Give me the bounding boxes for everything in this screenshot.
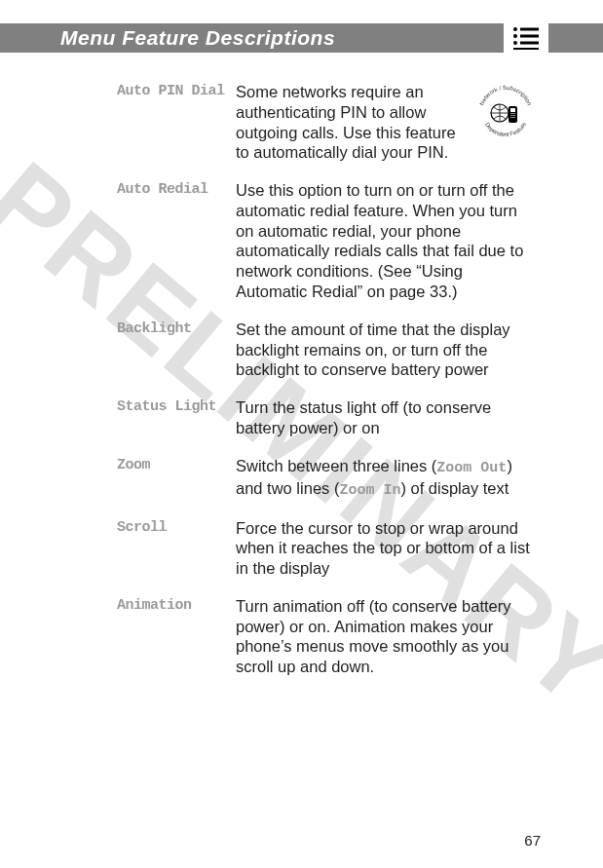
- page-number: 67: [524, 832, 541, 849]
- description: Force the cursor to stop or wrap around …: [236, 518, 535, 579]
- badge-top-text: Network / Subscription: [478, 85, 532, 106]
- description: Set the amount of time that the display …: [236, 320, 535, 380]
- svg-rect-13: [510, 115, 515, 116]
- definitions-list: Auto PIN Dial Some networks require an a…: [117, 82, 535, 695]
- description: Turn animation off (to conserve battery …: [236, 596, 535, 677]
- term: Scroll: [117, 518, 236, 579]
- globe-phone-icon: [491, 104, 517, 123]
- inline-code: Zoom Out: [436, 460, 507, 476]
- definition-row: Status Light Turn the status light off (…: [117, 397, 535, 438]
- description: Turn the status light off (to conserve b…: [236, 397, 535, 438]
- definition-row: Auto Redial Use this option to turn on o…: [117, 180, 535, 302]
- header-divider: [566, 23, 568, 53]
- term: Backlight: [117, 320, 236, 380]
- badge-bottom-text: Dependent Feature: [484, 121, 528, 137]
- svg-point-2: [513, 34, 517, 38]
- term: Auto PIN Dial: [117, 82, 236, 163]
- svg-point-0: [513, 27, 517, 31]
- definition-row: Animation Turn animation off (to conserv…: [117, 596, 535, 677]
- inline-code: Zoom In: [339, 482, 400, 499]
- description: Use this option to turn on or turn off t…: [236, 180, 535, 302]
- term: Status Light: [117, 397, 236, 438]
- definition-row: Scroll Force the cursor to stop or wrap …: [117, 518, 535, 579]
- term: Zoom: [117, 456, 236, 501]
- svg-rect-1: [520, 28, 539, 31]
- definition-row: Zoom Switch between three lines (Zoom Ou…: [117, 456, 535, 501]
- description: Switch between three lines (Zoom Out) an…: [236, 456, 535, 501]
- svg-text:Network / Subscription: Network / Subscription: [478, 85, 532, 106]
- svg-rect-5: [520, 42, 539, 45]
- svg-text:Dependent Feature: Dependent Feature: [484, 121, 528, 137]
- svg-rect-6: [513, 48, 539, 50]
- definition-row: Backlight Set the amount of time that th…: [117, 320, 535, 380]
- svg-point-4: [513, 41, 517, 45]
- header-title: Menu Feature Descriptions: [60, 26, 335, 50]
- list-icon: [511, 25, 541, 51]
- svg-rect-3: [520, 35, 539, 38]
- term: Auto Redial: [117, 180, 236, 302]
- definition-row: Auto PIN Dial Some networks require an a…: [117, 82, 535, 163]
- svg-rect-11: [510, 108, 515, 112]
- network-feature-badge: Network / Subscription Dependent Feature: [476, 84, 535, 142]
- svg-rect-12: [510, 113, 515, 114]
- term: Animation: [117, 596, 236, 677]
- header-icon-slot: [504, 23, 548, 53]
- svg-rect-14: [510, 117, 515, 118]
